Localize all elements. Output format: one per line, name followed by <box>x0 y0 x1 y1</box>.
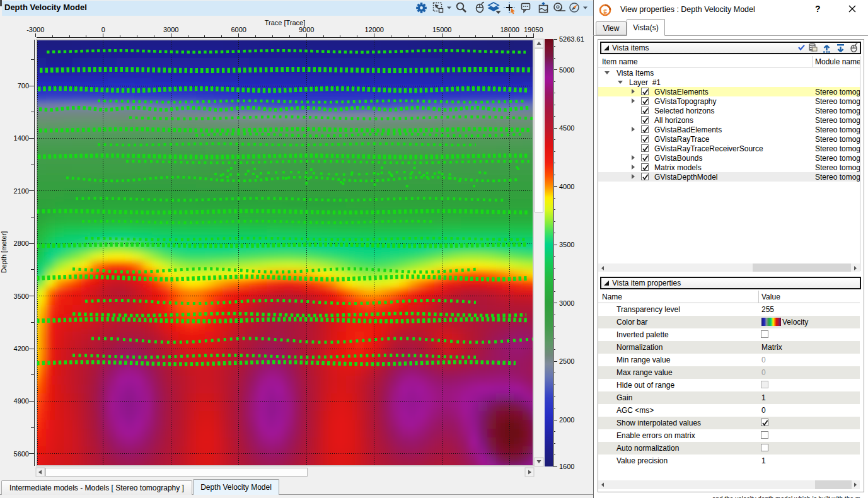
svg-text:2100: 2100 <box>14 187 29 195</box>
svg-text:6000: 6000 <box>231 26 246 33</box>
svg-text:3000: 3000 <box>559 299 574 307</box>
svg-text:2800: 2800 <box>14 240 29 247</box>
svg-text:1600: 1600 <box>559 463 574 470</box>
svg-text:4900: 4900 <box>14 397 29 405</box>
svg-text:2000: 2000 <box>559 416 574 424</box>
svg-text:3000: 3000 <box>163 26 178 33</box>
svg-text:5000: 5000 <box>559 66 574 74</box>
svg-text:-3000: -3000 <box>26 26 44 33</box>
svg-text:5263.61: 5263.61 <box>559 35 584 43</box>
svg-text:9000: 9000 <box>299 26 314 33</box>
svg-text:Trace [Trace]: Trace [Trace] <box>265 19 306 26</box>
svg-text:4200: 4200 <box>14 345 29 352</box>
svg-text:1400: 1400 <box>14 134 29 142</box>
svg-text:19050: 19050 <box>524 26 543 33</box>
svg-text:Depth [meter]: Depth [meter] <box>0 231 8 274</box>
svg-text:4000: 4000 <box>559 183 574 190</box>
svg-text:12000: 12000 <box>364 26 384 33</box>
svg-text:2500: 2500 <box>559 357 574 365</box>
svg-text:5600: 5600 <box>14 450 29 458</box>
svg-text:0: 0 <box>101 26 105 33</box>
svg-text:3500: 3500 <box>14 292 29 300</box>
svg-text:700: 700 <box>18 82 29 90</box>
svg-text:18000: 18000 <box>500 26 519 33</box>
svg-text:g: g <box>603 6 607 14</box>
svg-text:3500: 3500 <box>559 241 574 248</box>
svg-text:4500: 4500 <box>559 124 574 132</box>
svg-text:15000: 15000 <box>432 26 452 33</box>
